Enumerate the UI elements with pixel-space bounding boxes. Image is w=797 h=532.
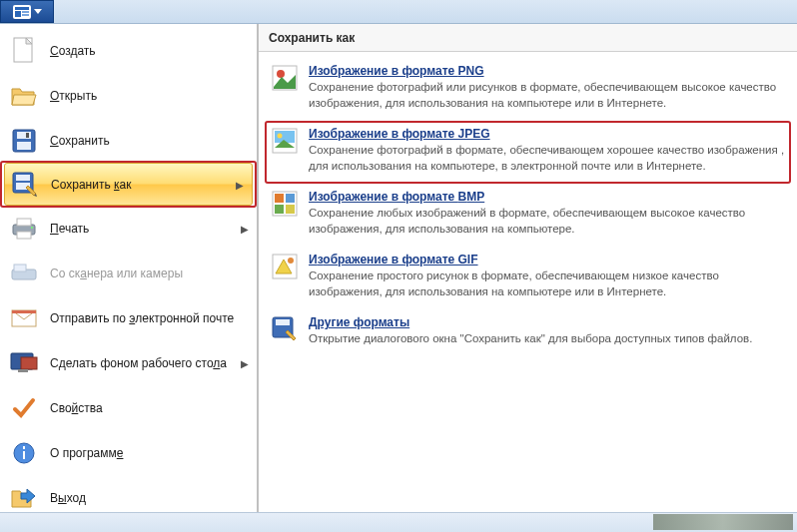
status-bar <box>0 512 797 532</box>
new-icon <box>10 37 38 65</box>
save-as-icon <box>11 171 39 199</box>
email-icon <box>10 304 38 332</box>
svg-rect-40 <box>276 319 290 325</box>
svg-rect-15 <box>17 232 31 239</box>
format-title: Изображение в формате GIF <box>309 253 785 266</box>
svg-point-31 <box>278 134 283 139</box>
format-item-jpeg[interactable]: Изображение в формате JPEG Сохранение фо… <box>265 121 791 184</box>
svg-rect-34 <box>286 194 295 203</box>
svg-rect-35 <box>275 205 284 214</box>
format-item-bmp[interactable]: Изображение в формате BMP Сохранение люб… <box>265 184 791 247</box>
check-icon <box>10 394 38 422</box>
format-desc: Открытие диалогового окна "Сохранить как… <box>309 331 785 347</box>
ribbon-bar <box>0 0 797 24</box>
svg-rect-23 <box>18 369 28 372</box>
wallpaper-icon <box>10 349 38 377</box>
svg-rect-11 <box>16 175 30 181</box>
menu-label: Свойства <box>50 401 103 415</box>
svg-rect-25 <box>23 451 25 459</box>
info-icon <box>10 439 38 467</box>
submenu-arrow-icon: ▶ <box>236 179 244 190</box>
menu-item-properties[interactable]: Свойства <box>0 385 257 430</box>
jpeg-icon <box>271 127 299 155</box>
menu-item-open[interactable]: Открыть <box>0 73 257 118</box>
svg-rect-36 <box>286 205 295 214</box>
menu-item-email[interactable]: Отправить по электронной почте <box>0 295 257 340</box>
format-desc: Сохранение любых изображений в формате, … <box>309 206 785 237</box>
png-icon <box>271 64 299 92</box>
menu-label: Открыть <box>50 89 97 103</box>
svg-rect-20 <box>12 310 36 313</box>
svg-rect-2 <box>15 11 21 17</box>
menu-label: Сохранить <box>50 134 110 148</box>
format-title: Другие форматы <box>309 315 785 329</box>
exit-icon <box>10 484 38 512</box>
app-menu-button[interactable] <box>0 0 54 23</box>
bmp-icon <box>271 190 299 218</box>
menu-label: Сделать фоном рабочего стола <box>50 356 227 370</box>
format-desc: Сохранение фотографий или рисунков в фор… <box>309 80 785 111</box>
menu-label: Печать <box>50 222 89 236</box>
format-item-gif[interactable]: Изображение в формате GIF Сохранение про… <box>265 247 791 309</box>
svg-rect-3 <box>22 11 29 13</box>
app-icon <box>13 5 31 19</box>
format-desc: Сохранение простого рисунок в формате, о… <box>309 268 785 299</box>
svg-rect-8 <box>17 142 31 150</box>
menu-item-wallpaper[interactable]: Сделать фоном рабочего стола ▶ <box>0 340 257 385</box>
menu-label: Выход <box>50 491 86 505</box>
submenu-header: Сохранить как <box>259 24 797 52</box>
menu-item-save-as[interactable]: Сохранить как ▶ <box>4 163 253 206</box>
file-menu: Создать Открыть Сохранить Сохранить как … <box>0 24 258 512</box>
format-item-png[interactable]: Изображение в формате PNG Сохранение фот… <box>265 58 791 121</box>
chevron-down-icon <box>34 9 42 15</box>
svg-rect-14 <box>17 219 31 226</box>
menu-label: О программе <box>50 446 123 460</box>
format-item-other[interactable]: Другие форматы Открытие диалогового окна… <box>265 309 791 357</box>
svg-point-28 <box>277 70 285 78</box>
other-formats-icon <box>271 315 299 343</box>
svg-rect-4 <box>22 14 29 16</box>
open-icon <box>10 82 38 110</box>
menu-item-new[interactable]: Создать <box>0 28 257 73</box>
main-area: Создать Открыть Сохранить Сохранить как … <box>0 24 797 512</box>
menu-item-scanner: Со сканера или камеры <box>0 251 257 295</box>
svg-rect-26 <box>23 446 25 449</box>
menu-label: Создать <box>50 44 96 58</box>
submenu-arrow-icon: ▶ <box>241 357 249 368</box>
format-desc: Сохранение фотографий в формате, обеспеч… <box>309 143 785 174</box>
format-title: Изображение в формате PNG <box>309 64 785 78</box>
format-list: Изображение в формате PNG Сохранение фот… <box>259 52 797 363</box>
svg-point-38 <box>288 258 294 264</box>
svg-rect-22 <box>21 357 37 369</box>
menu-item-print[interactable]: Печать ▶ <box>0 206 257 251</box>
svg-rect-9 <box>26 133 29 138</box>
submenu-arrow-icon: ▶ <box>241 223 249 234</box>
menu-label: Со сканера или камеры <box>50 266 183 280</box>
scanner-icon <box>10 260 38 287</box>
menu-label: Отправить по электронной почте <box>50 311 234 325</box>
format-title: Изображение в формате JPEG <box>309 127 785 141</box>
save-as-submenu: Сохранить как Изображение в формате PNG … <box>258 24 797 512</box>
menu-item-about[interactable]: О программе <box>0 430 257 475</box>
status-thumbnail <box>653 514 793 530</box>
menu-label: Сохранить как <box>51 178 131 192</box>
save-icon <box>10 127 38 155</box>
svg-point-16 <box>31 227 33 229</box>
svg-rect-33 <box>275 194 284 203</box>
svg-rect-18 <box>14 265 26 271</box>
format-title: Изображение в формате BMP <box>309 190 785 204</box>
print-icon <box>10 215 38 243</box>
gif-icon <box>271 253 299 280</box>
svg-rect-1 <box>15 7 29 10</box>
menu-item-save[interactable]: Сохранить <box>0 118 257 163</box>
